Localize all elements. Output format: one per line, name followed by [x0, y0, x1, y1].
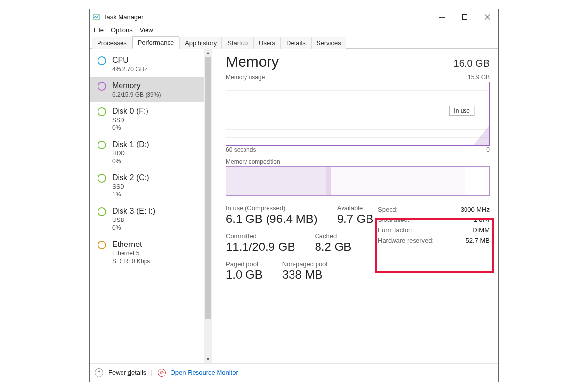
footer: ˄ Fewer details | ⊘ Open Resource Monito… [90, 363, 498, 382]
hw-value: 52.7 MB [466, 237, 490, 244]
sidebar-item-ethernet[interactable]: EthernetEthernet 5S: 0 R: 0 Kbps [90, 236, 204, 269]
sidebar-item-cpu[interactable]: CPU4% 2.70 GHz [90, 51, 204, 77]
hw-key: Hardware reserved: [378, 237, 434, 244]
menu-options[interactable]: Options [111, 26, 133, 34]
ring-icon [98, 82, 106, 91]
ring-icon [98, 56, 106, 65]
cached-value: 8.2 GB [315, 240, 351, 254]
sidebar-item-memory[interactable]: Memory6.2/15.9 GB (39%) [90, 77, 204, 102]
tab-app-history[interactable]: App history [179, 37, 222, 49]
memory-composition-chart[interactable] [226, 166, 490, 196]
tab-services[interactable]: Services [311, 37, 346, 49]
sidebar-item-title: Disk 3 (E: I:) [112, 206, 155, 216]
task-manager-window: Task Manager — File Options View Process… [89, 9, 499, 382]
sidebar-item-sub: HDD [112, 149, 149, 157]
sidebar-item-sub: SSD [112, 183, 149, 191]
titlebar[interactable]: Task Manager — [90, 9, 498, 24]
window-title: Task Manager [103, 13, 144, 21]
sidebar-item-sub2: 0% [112, 157, 149, 165]
ring-icon [98, 241, 106, 249]
tab-startup[interactable]: Startup [222, 37, 253, 49]
speed-value: 3000 MHz [461, 206, 490, 213]
tab-details[interactable]: Details [281, 37, 311, 49]
scroll-thumb[interactable] [205, 57, 211, 319]
sidebar-wrap: CPU4% 2.70 GHzMemory6.2/15.9 GB (39%)Dis… [90, 49, 212, 363]
usage-series-inuse [470, 125, 489, 145]
scroll-track[interactable] [204, 57, 212, 355]
ring-icon [98, 174, 106, 183]
sidebar-item-title: Ethernet [112, 240, 150, 249]
sidebar-item-disk-0-f-[interactable]: Disk 0 (F:)SSD0% [90, 102, 204, 136]
scroll-down-icon[interactable]: ▾ [204, 355, 212, 363]
slots-key: Slots used: [378, 216, 409, 223]
speed-key: Speed: [378, 206, 398, 213]
tab-users[interactable]: Users [253, 37, 281, 49]
stats: In use (Compressed) 6.1 GB (96.4 MB) Ava… [226, 204, 490, 288]
chevron-up-icon[interactable]: ˄ [95, 368, 103, 377]
inuse-value: 6.1 GB (96.4 MB) [226, 212, 318, 226]
available-label: Available [337, 204, 374, 212]
slots-value: 2 of 4 [473, 216, 490, 223]
tab-processes[interactable]: Processes [92, 37, 132, 49]
tabstrip: Processes Performance App history Startu… [90, 36, 498, 49]
sidebar-item-sub: USB [112, 216, 155, 224]
comp-seg-inuse [226, 167, 326, 195]
composition-label: Memory composition [226, 158, 490, 165]
comp-seg-standby [331, 167, 465, 195]
cached-label: Cached [315, 232, 351, 240]
footer-divider: | [151, 369, 152, 376]
inuse-tooltip: In use [449, 106, 474, 116]
menu-view[interactable]: View [140, 26, 153, 34]
paged-label: Paged pool [226, 260, 263, 268]
sidebar-item-sub2: 0% [112, 124, 148, 132]
committed-label: Committed [226, 232, 295, 240]
scroll-up-icon[interactable]: ▴ [204, 49, 212, 57]
sidebar-item-title: Disk 2 (C:) [112, 173, 149, 183]
axis-right-label: 0 [486, 147, 490, 153]
nonpaged-label: Non-paged pool [282, 260, 328, 268]
minimize-button[interactable]: — [431, 9, 453, 24]
memory-info-panel: Speed:3000 MHz Slots used:2 of 4 Form fa… [378, 204, 490, 288]
sidebar-item-disk-1-d-[interactable]: Disk 1 (D:)HDD0% [90, 136, 204, 169]
menu-file[interactable]: File [94, 26, 104, 34]
inuse-label: In use (Compressed) [226, 204, 318, 212]
sidebar-item-title: Disk 1 (D:) [112, 140, 149, 149]
paged-value: 1.0 GB [226, 268, 263, 282]
close-button[interactable] [476, 9, 498, 24]
form-value: DIMM [472, 226, 490, 234]
nonpaged-value: 338 MB [282, 268, 328, 282]
app-icon [93, 13, 100, 21]
usage-chart-label: Memory usage [226, 74, 265, 81]
sidebar-item-disk-3-e-i-[interactable]: Disk 3 (E: I:)USB0% [90, 202, 204, 236]
sidebar-item-title: Disk 0 (F:) [112, 106, 148, 116]
tab-performance[interactable]: Performance [132, 36, 179, 49]
ring-icon [98, 207, 106, 216]
body: CPU4% 2.70 GHzMemory6.2/15.9 GB (39%)Dis… [90, 49, 498, 363]
sidebar: CPU4% 2.70 GHzMemory6.2/15.9 GB (39%)Dis… [90, 49, 204, 363]
open-resource-monitor-link[interactable]: Open Resource Monitor [171, 369, 238, 376]
sidebar-item-sub2: 0% [112, 224, 155, 232]
available-value: 9.7 GB [337, 212, 374, 226]
memory-total: 16.0 GB [454, 58, 490, 69]
resource-monitor-icon: ⊘ [158, 369, 166, 377]
sidebar-item-sub2: S: 0 R: 0 Kbps [112, 257, 150, 265]
comp-seg-modified [326, 167, 332, 195]
sidebar-item-sub: SSD [112, 116, 148, 124]
axis-left-label: 60 seconds [226, 147, 256, 153]
ring-icon [98, 107, 106, 116]
memory-usage-chart[interactable]: In use [226, 82, 490, 146]
sidebar-item-title: Memory [112, 81, 161, 91]
sidebar-item-sub2: 1% [112, 191, 149, 198]
ring-icon [98, 141, 106, 149]
fewer-details-link[interactable]: Fewer details [108, 369, 146, 376]
committed-value: 11.1/20.9 GB [226, 240, 295, 254]
maximize-button[interactable] [453, 9, 476, 24]
usage-chart-max: 15.9 GB [468, 74, 490, 81]
detail-title: Memory [226, 53, 279, 70]
sidebar-item-disk-2-c-[interactable]: Disk 2 (C:)SSD1% [90, 169, 204, 202]
sidebar-scrollbar[interactable]: ▴ ▾ [204, 49, 212, 363]
detail-pane: Memory 16.0 GB Memory usage 15.9 GB In u… [212, 49, 498, 363]
sidebar-item-title: CPU [112, 55, 147, 65]
svg-rect-1 [462, 14, 467, 19]
comp-seg-free [466, 167, 489, 195]
